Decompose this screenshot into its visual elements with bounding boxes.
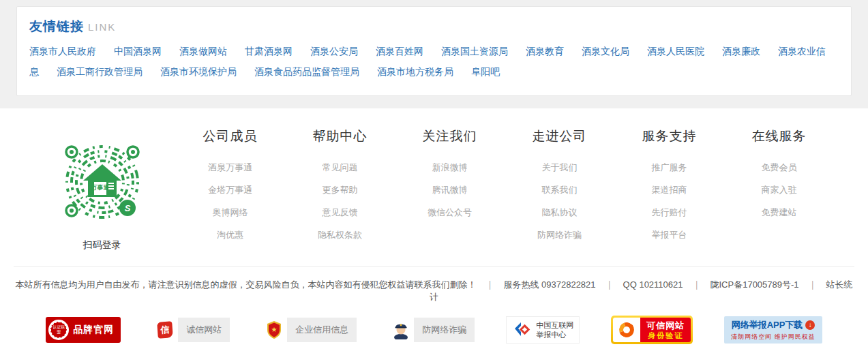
footer-link[interactable]: 渠道招商 bbox=[614, 179, 724, 201]
footer-link-columns: 公司成员酒泉万事通金塔万事通奥博网络淘优惠帮助中心常见问题更多帮助意见反馈隐私权… bbox=[162, 127, 834, 251]
trusted-website-badge[interactable]: 可信网站 身份验证 bbox=[611, 316, 693, 344]
footer-column-title: 公司成员 bbox=[175, 127, 285, 145]
report-center-logo-icon bbox=[512, 320, 533, 340]
service-hotline: 服务热线 09372822821 bbox=[503, 279, 595, 290]
qr-caption: 扫码登录 bbox=[42, 239, 162, 251]
svg-text:S: S bbox=[124, 203, 130, 213]
footer-link[interactable]: 免费建站 bbox=[724, 201, 834, 224]
certification-seal-icon: 认证联盟 bbox=[48, 320, 69, 340]
friendly-links-header: 友情链接LINK bbox=[29, 18, 839, 35]
footer-column-title: 走进公司 bbox=[505, 127, 614, 145]
certification-badges-row: 认证联盟 品牌官网 信 诚信网站 ★ 企业信用信息 bbox=[0, 310, 868, 351]
friendly-links-section: 友情链接LINK 酒泉市人民政府中国酒泉网酒泉做网站甘肃酒泉网酒泉公安局酒泉百姓… bbox=[0, 0, 868, 108]
footer-link[interactable]: 隐私权条款 bbox=[285, 224, 395, 246]
anti-fraud-label: 防网络诈骗 bbox=[414, 324, 475, 336]
friendly-link[interactable]: 甘肃酒泉网 bbox=[245, 46, 293, 57]
report-app-download-badge[interactable]: 网络举报APP下载 ↓ 清朗网络空间 维护网民权益 bbox=[724, 316, 822, 344]
footer-link[interactable]: 推广服务 bbox=[614, 156, 724, 179]
emblem-icon: ★ bbox=[261, 318, 287, 342]
disclaimer-text: 本站所有信息均为用户自由发布，请注意识别信息的虚假，交易风险自负，本站内容如有侵… bbox=[15, 279, 476, 290]
footer-link[interactable]: 金塔万事通 bbox=[175, 179, 285, 201]
friendly-link[interactable]: 阜阳吧 bbox=[471, 66, 500, 77]
friendly-link[interactable]: 酒泉廉政 bbox=[722, 46, 760, 57]
friendly-link[interactable]: 酒泉市地方税务局 bbox=[377, 66, 453, 77]
brand-official-badge[interactable]: 认证联盟 品牌官网 bbox=[46, 317, 121, 343]
footer-link[interactable]: 联系我们 bbox=[505, 179, 614, 201]
qr-center-house-logo: 万事通 bbox=[83, 164, 121, 197]
trusted-website-label: 可信网站 bbox=[646, 320, 685, 331]
friendly-links-list: 酒泉市人民政府中国酒泉网酒泉做网站甘肃酒泉网酒泉公安局酒泉百姓网酒泉国土资源局酒… bbox=[29, 41, 839, 82]
friendly-link[interactable]: 酒泉做网站 bbox=[179, 46, 227, 57]
honest-website-badge[interactable]: 信 诚信网站 bbox=[152, 318, 230, 342]
footer-link[interactable]: 隐私协议 bbox=[505, 201, 614, 224]
friendly-links-box: 友情链接LINK 酒泉市人民政府中国酒泉网酒泉做网站甘肃酒泉网酒泉公安局酒泉百姓… bbox=[16, 6, 852, 96]
friendly-links-title: 友情链接 bbox=[29, 19, 84, 33]
footer-column-4: 走进公司关于我们联系我们隐私协议防网络诈骗 bbox=[505, 127, 614, 251]
footer-link[interactable]: 酒泉万事通 bbox=[175, 156, 285, 179]
footer-column-6: 在线服务免费会员商家入驻免费建站 bbox=[724, 127, 834, 251]
footer-link[interactable]: 奥博网络 bbox=[175, 201, 285, 224]
identity-verify-label: 身份验证 bbox=[646, 331, 685, 340]
footer-link[interactable]: 新浪微博 bbox=[395, 156, 505, 179]
footer-link[interactable]: 关于我们 bbox=[505, 156, 614, 179]
report-center-label: 中国互联网 举报中心 bbox=[536, 320, 573, 339]
footer-link[interactable]: 举报平台 bbox=[614, 224, 724, 246]
qr-login-block[interactable]: 万事通 S 扫码登录 bbox=[42, 127, 162, 251]
friendly-link[interactable]: 酒泉人民医院 bbox=[647, 46, 704, 57]
svg-text:万事通: 万事通 bbox=[90, 184, 110, 191]
footer-link[interactable]: 常见问题 bbox=[285, 156, 395, 179]
brand-official-label: 品牌官网 bbox=[73, 324, 114, 336]
footer-link[interactable]: 微信公众号 bbox=[395, 201, 505, 224]
friendly-link[interactable]: 酒泉市环境保护局 bbox=[160, 66, 237, 77]
footer-link[interactable]: 防网络诈骗 bbox=[505, 224, 614, 246]
footer-link[interactable]: 腾讯微博 bbox=[395, 179, 505, 201]
friendly-links-subtitle: LINK bbox=[88, 21, 116, 33]
anti-fraud-badge[interactable]: 防网络诈骗 bbox=[388, 318, 475, 342]
separator: ｜ bbox=[808, 279, 817, 290]
trusted-swirl-icon bbox=[613, 318, 640, 342]
internet-report-center-badge[interactable]: 中国互联网 举报中心 bbox=[506, 316, 580, 344]
bottom-info-bar: 本站所有信息均为用户自由发布，请注意识别信息的虚假，交易风险自负，本站内容如有侵… bbox=[14, 266, 854, 310]
friendly-link[interactable]: 酒泉工商行政管理局 bbox=[57, 66, 143, 77]
footer-link[interactable]: 更多帮助 bbox=[285, 179, 395, 201]
separator: ｜ bbox=[485, 279, 494, 290]
honest-website-label: 诚信网站 bbox=[178, 324, 230, 336]
footer-link[interactable]: 意见反馈 bbox=[285, 201, 395, 224]
separator: ｜ bbox=[605, 279, 614, 290]
friendly-link[interactable]: 中国酒泉网 bbox=[114, 46, 162, 57]
footer-link[interactable]: 先行赔付 bbox=[614, 201, 724, 224]
qr-code-icon[interactable]: 万事通 S bbox=[55, 140, 149, 231]
footer-column-1: 公司成员酒泉万事通金塔万事通奥博网络淘优惠 bbox=[175, 127, 285, 251]
enterprise-credit-label: 企业信用信息 bbox=[287, 324, 357, 336]
app-download-label: 网络举报APP下载 bbox=[732, 319, 803, 331]
friendly-link[interactable]: 酒泉百姓网 bbox=[376, 46, 423, 57]
footer-column-title: 帮助中心 bbox=[285, 127, 395, 145]
icp-license-link[interactable]: 陇ICP备17005789号-1 bbox=[710, 279, 799, 290]
friendly-link[interactable]: 酒泉市人民政府 bbox=[29, 46, 96, 57]
xin-stamp-icon: 信 bbox=[152, 318, 178, 342]
friendly-link[interactable]: 酒泉教育 bbox=[526, 46, 564, 57]
friendly-link[interactable]: 酒泉国土资源局 bbox=[441, 46, 508, 57]
site-footer: 万事通 S 扫码登录 公司成 bbox=[0, 108, 868, 351]
separator: ｜ bbox=[692, 279, 701, 290]
friendly-link[interactable]: 酒泉公安局 bbox=[310, 46, 358, 57]
footer-column-3: 关注我们新浪微博腾讯微博微信公众号 bbox=[395, 127, 505, 251]
footer-column-title: 关注我们 bbox=[395, 127, 505, 145]
friendly-link[interactable]: 酒泉文化局 bbox=[582, 46, 629, 57]
footer-column-title: 服务支持 bbox=[614, 127, 724, 145]
footer-column-2: 帮助中心常见问题更多帮助意见反馈隐私权条款 bbox=[285, 127, 395, 251]
footer-link[interactable]: 免费会员 bbox=[724, 156, 834, 179]
enterprise-credit-badge[interactable]: ★ 企业信用信息 bbox=[261, 318, 357, 342]
footer-column-5: 服务支持推广服务渠道招商先行赔付举报平台 bbox=[614, 127, 724, 251]
footer-link[interactable]: 商家入驻 bbox=[724, 179, 834, 201]
qq-contact: QQ 102110621 bbox=[623, 279, 683, 290]
download-icon: ↓ bbox=[805, 320, 815, 330]
svg-text:★: ★ bbox=[271, 326, 278, 333]
footer-column-title: 在线服务 bbox=[724, 127, 834, 145]
footer-columns-area: 万事通 S 扫码登录 公司成 bbox=[0, 108, 868, 251]
app-download-slogan: 清朗网络空间 维护网民权益 bbox=[731, 333, 815, 341]
police-officer-icon bbox=[388, 318, 414, 342]
friendly-link[interactable]: 酒泉食品药品监督管理局 bbox=[254, 66, 359, 77]
footer-link[interactable]: 淘优惠 bbox=[175, 224, 285, 246]
